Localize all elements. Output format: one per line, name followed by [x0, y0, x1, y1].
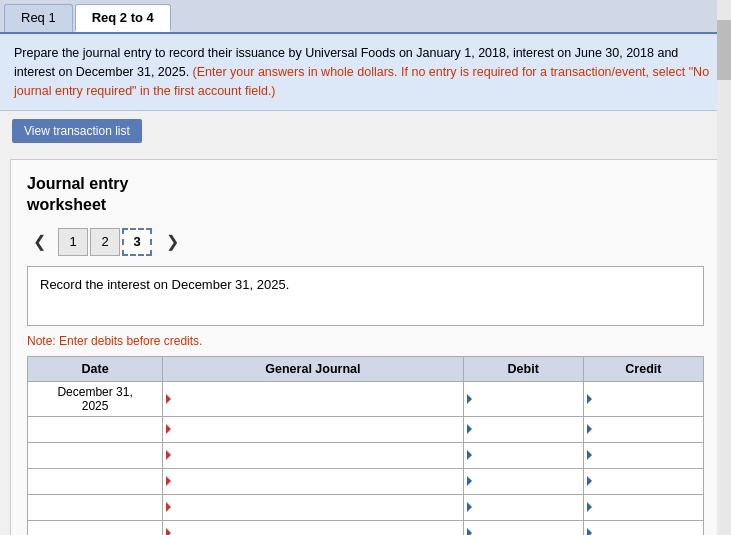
credit-cell-6[interactable]: [583, 520, 703, 535]
prev-step-arrow[interactable]: ❮: [27, 230, 52, 253]
step-button-1[interactable]: 1: [58, 228, 88, 256]
col-debit: Debit: [463, 356, 583, 381]
debit-cell-4[interactable]: [463, 468, 583, 494]
col-gj: General Journal: [163, 356, 463, 381]
worksheet-container: Journal entry worksheet ❮ 1 2 3 ❯ Record…: [10, 159, 721, 535]
journal-table: Date General Journal Debit Credit Decemb…: [27, 356, 704, 535]
date-cell-6: [28, 520, 163, 535]
debit-cell-5[interactable]: [463, 494, 583, 520]
date-cell-3: [28, 442, 163, 468]
credit-cell-3[interactable]: [583, 442, 703, 468]
gj-cell-6[interactable]: [163, 520, 463, 535]
next-step-arrow[interactable]: ❯: [160, 230, 185, 253]
scrollbar-thumb[interactable]: [717, 20, 731, 80]
instructions-panel: Prepare the journal entry to record thei…: [0, 34, 731, 111]
debit-cell-1[interactable]: [463, 381, 583, 416]
debit-cell-3[interactable]: [463, 442, 583, 468]
credit-cell-1[interactable]: [583, 381, 703, 416]
table-row: [28, 442, 704, 468]
step-buttons: 1 2 3: [58, 228, 154, 256]
scrollbar-track: [717, 0, 731, 535]
description-text: Record the interest on December 31, 2025…: [40, 277, 289, 292]
date-cell-2: [28, 416, 163, 442]
col-date: Date: [28, 356, 163, 381]
view-transaction-list-button[interactable]: View transaction list: [12, 119, 142, 143]
tabs-bar: Req 1 Req 2 to 4: [0, 0, 731, 34]
nav-row: ❮ 1 2 3 ❯: [27, 228, 704, 256]
gj-cell-5[interactable]: [163, 494, 463, 520]
date-cell-4: [28, 468, 163, 494]
worksheet-title: Journal entry worksheet: [27, 174, 704, 216]
credit-cell-2[interactable]: [583, 416, 703, 442]
date-cell-1: December 31,2025: [28, 381, 163, 416]
description-box: Record the interest on December 31, 2025…: [27, 266, 704, 326]
gj-cell-3[interactable]: [163, 442, 463, 468]
step-button-3[interactable]: 3: [122, 228, 152, 256]
gj-cell-2[interactable]: [163, 416, 463, 442]
toolbar: View transaction list: [0, 111, 731, 151]
credit-cell-5[interactable]: [583, 494, 703, 520]
debit-cell-2[interactable]: [463, 416, 583, 442]
step-button-2[interactable]: 2: [90, 228, 120, 256]
table-row: December 31,2025: [28, 381, 704, 416]
table-row: [28, 520, 704, 535]
date-cell-5: [28, 494, 163, 520]
table-row: [28, 468, 704, 494]
note-text: Note: Enter debits before credits.: [27, 334, 704, 348]
debit-cell-6[interactable]: [463, 520, 583, 535]
gj-cell-1[interactable]: [163, 381, 463, 416]
credit-cell-4[interactable]: [583, 468, 703, 494]
table-row: [28, 416, 704, 442]
tab-req1[interactable]: Req 1: [4, 4, 73, 32]
tab-req2to4[interactable]: Req 2 to 4: [75, 4, 171, 32]
gj-cell-4[interactable]: [163, 468, 463, 494]
table-row: [28, 494, 704, 520]
col-credit: Credit: [583, 356, 703, 381]
